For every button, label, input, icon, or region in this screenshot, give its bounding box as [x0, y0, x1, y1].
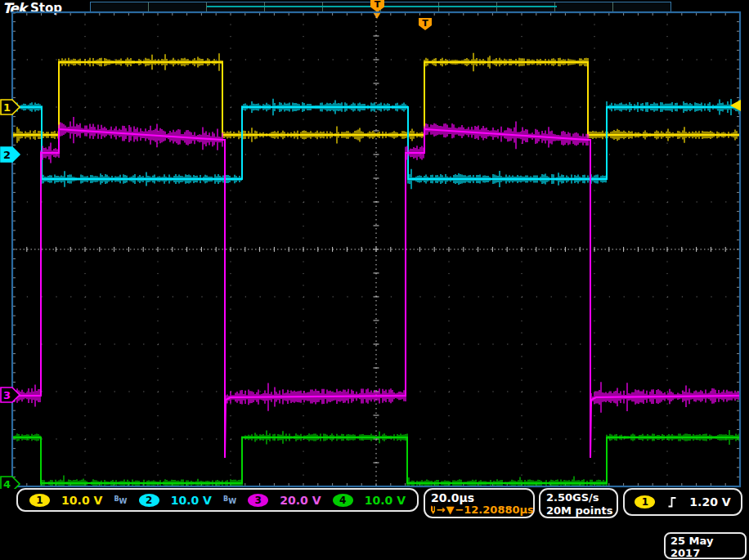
ch2-badge[interactable]: 2 — [139, 494, 159, 507]
horizontal-readout[interactable]: 20.0µs T→▼−12.20880µs — [424, 488, 535, 518]
ch4-badge[interactable]: 4 — [333, 494, 353, 507]
rising-edge-icon — [667, 495, 677, 508]
waveform-graticule: 1234T — [0, 0, 749, 489]
svg-text:T: T — [422, 18, 428, 29]
svg-text:2: 2 — [3, 149, 11, 161]
ch1-badge[interactable]: 1 — [29, 494, 50, 507]
timebase-scale: 20.0µs — [431, 491, 533, 504]
ch2-bandwidth-limit-badge: BW — [223, 495, 236, 505]
svg-text:3: 3 — [3, 389, 11, 401]
ch4-position-marker[interactable]: 4 — [1, 477, 20, 489]
ch3-badge[interactable]: 3 — [248, 494, 268, 507]
trigger-point-badge[interactable]: T — [419, 18, 432, 30]
ch2-scale: 10.0 V — [171, 494, 212, 507]
trigger-delay-readout: T→▼−12.20880µs — [431, 504, 533, 516]
ch3-scale: 20.0 V — [280, 494, 321, 507]
ch2-position-marker[interactable]: 2 — [1, 147, 20, 162]
trigger-t-icon: T — [431, 505, 435, 514]
acquisition-readout[interactable]: 2.50GS/s 20M points — [539, 488, 618, 518]
channel-readouts[interactable]: 1 10.0 V BW 2 10.0 V BW 3 20.0 V 4 10.0 … — [16, 488, 419, 512]
datetime-readout: 25 May 2017 17:33:59 — [664, 532, 747, 559]
trigger-readout[interactable]: 1 1.20 V — [623, 488, 742, 516]
ch1-bandwidth-limit-badge: BW — [114, 495, 127, 505]
svg-text:4: 4 — [3, 478, 11, 489]
sample-rate: 2.50GS/s — [546, 491, 617, 504]
ch1-position-marker[interactable]: 1 — [1, 100, 20, 114]
ch1-scale: 10.0 V — [61, 494, 102, 507]
trigger-level: 1.20 V — [689, 495, 730, 508]
date-text: 25 May 2017 — [671, 535, 745, 559]
oscilloscope-screen: Tek Stop T 1234T 1 10.0 V BW 2 10.0 V BW… — [0, 0, 749, 560]
trigger-source-badge: 1 — [635, 495, 655, 508]
record-length: 20M points — [546, 504, 617, 517]
svg-text:1: 1 — [3, 101, 11, 114]
ch4-scale: 10.0 V — [365, 494, 406, 507]
